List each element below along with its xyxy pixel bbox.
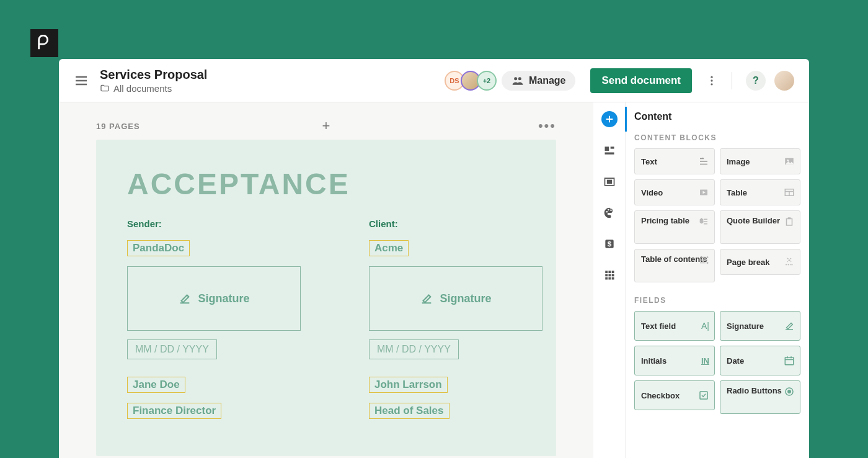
initials-icon: IN (701, 356, 709, 366)
add-page-button[interactable]: + (322, 118, 330, 134)
svg-point-43 (707, 263, 708, 264)
svg-rect-44 (785, 357, 794, 365)
svg-rect-48 (700, 392, 707, 399)
rail-pricing-icon[interactable]: $ (602, 236, 617, 251)
block-text[interactable]: Text (634, 148, 715, 174)
breadcrumb[interactable]: All documents (100, 83, 207, 94)
table-icon (784, 187, 795, 198)
text-icon (698, 156, 709, 167)
toc-icon (698, 254, 709, 266)
sender-company-field[interactable]: PandaDoc (127, 240, 190, 256)
header: Services Proposal All documents DS +2 Ma… (59, 59, 809, 102)
page-heading: ACCEPTANCE (127, 167, 525, 201)
app-window: Services Proposal All documents DS +2 Ma… (59, 59, 809, 458)
calendar-icon (784, 355, 795, 366)
quote-icon (784, 216, 795, 227)
svg-rect-23 (605, 274, 608, 277)
manage-button[interactable]: Manage (502, 71, 576, 91)
rail-content-icon[interactable] (601, 111, 618, 127)
client-company-field[interactable]: Acme (369, 240, 409, 256)
svg-rect-27 (608, 277, 611, 280)
svg-text:$: $ (700, 218, 703, 224)
svg-point-30 (787, 159, 789, 161)
sender-signature-field[interactable]: Signature (127, 266, 301, 331)
sender-label: Sender: (127, 218, 301, 229)
pricing-icon: $ (698, 216, 709, 227)
pagebreak-icon (784, 256, 795, 267)
signature-label: Signature (198, 292, 249, 305)
content-panel: Content CONTENT BLOCKS Text Image Video … (626, 102, 809, 458)
field-initials[interactable]: InitialsIN (634, 346, 715, 375)
recipient-avatars[interactable]: DS +2 (448, 71, 497, 91)
manage-label: Manage (529, 75, 566, 86)
body: 19 PAGES + ••• ACCEPTANCE Sender: PandaD… (59, 102, 809, 458)
checkbox-icon (698, 390, 709, 401)
svg-point-3 (514, 77, 517, 80)
section-label-fields: FIELDS (634, 296, 800, 305)
divider (732, 72, 732, 89)
document-menu-icon[interactable]: ••• (538, 118, 556, 134)
page-count: 19 PAGES (96, 122, 140, 131)
section-label-blocks: CONTENT BLOCKS (634, 133, 800, 142)
block-video[interactable]: Video (634, 179, 715, 205)
field-signature[interactable]: Signature (720, 311, 800, 341)
field-text[interactable]: Text fieldA| (634, 311, 715, 341)
svg-rect-24 (608, 274, 611, 277)
rail-apps-icon[interactable] (602, 267, 617, 282)
svg-rect-10 (604, 146, 609, 151)
svg-rect-22 (611, 271, 614, 273)
svg-text:$: $ (607, 240, 611, 248)
title-block: Services Proposal All documents (100, 68, 207, 94)
svg-point-42 (707, 257, 708, 258)
send-button[interactable]: Send document (590, 68, 692, 93)
image-icon (784, 156, 795, 167)
client-column: Client: Acme Signature MM / DD / YYYY Jo… (369, 218, 542, 429)
textfield-icon: A| (701, 321, 709, 331)
sender-title-field[interactable]: Finance Director (127, 403, 221, 419)
help-button[interactable]: ? (746, 71, 766, 91)
client-name-field[interactable]: John Larrson (369, 377, 448, 393)
sender-name-field[interactable]: Jane Doe (127, 377, 185, 393)
rail-placeholder-icon[interactable] (602, 174, 617, 189)
document-page[interactable]: ACCEPTANCE Sender: PandaDoc Signature MM… (96, 140, 556, 456)
block-quote-builder[interactable]: Quote Builder (720, 210, 800, 244)
block-toc[interactable]: Table of contents (634, 249, 715, 282)
svg-point-50 (788, 390, 791, 393)
svg-point-15 (606, 211, 608, 213)
panel-title: Content (634, 111, 800, 122)
field-date[interactable]: Date (720, 346, 800, 375)
svg-rect-20 (605, 271, 608, 273)
video-icon (698, 187, 709, 198)
field-radio[interactable]: Radio Buttons (720, 380, 800, 414)
svg-rect-21 (608, 271, 611, 273)
svg-point-5 (711, 76, 712, 78)
signature-icon (784, 320, 795, 331)
sender-column: Sender: PandaDoc Signature MM / DD / YYY… (127, 218, 301, 429)
client-title-field[interactable]: Head of Sales (369, 403, 450, 419)
rail-design-icon[interactable] (602, 205, 617, 220)
svg-point-16 (608, 209, 609, 211)
block-image[interactable]: Image (720, 148, 800, 174)
rail-variables-icon[interactable] (602, 143, 617, 158)
svg-rect-25 (611, 274, 614, 277)
canvas-toolbar: 19 PAGES + ••• (96, 112, 556, 140)
svg-rect-26 (605, 277, 608, 280)
block-page-break[interactable]: Page break (720, 249, 800, 275)
client-signature-field[interactable]: Signature (369, 266, 542, 331)
svg-point-7 (711, 83, 712, 85)
user-avatar[interactable] (774, 71, 794, 91)
more-icon[interactable] (706, 74, 718, 87)
block-table[interactable]: Table (720, 179, 800, 205)
menu-toggle-icon[interactable] (74, 73, 89, 88)
svg-rect-14 (607, 181, 611, 184)
avatar-overflow[interactable]: +2 (477, 71, 497, 91)
signature-label: Signature (440, 292, 491, 305)
field-checkbox[interactable]: Checkbox (634, 380, 715, 410)
svg-rect-11 (610, 146, 614, 148)
svg-point-4 (518, 77, 521, 80)
radio-icon (784, 386, 795, 397)
block-pricing-table[interactable]: Pricing table$ (634, 210, 715, 244)
sender-date-field[interactable]: MM / DD / YYYY (127, 339, 217, 359)
svg-rect-28 (611, 277, 614, 280)
client-date-field[interactable]: MM / DD / YYYY (369, 339, 459, 359)
